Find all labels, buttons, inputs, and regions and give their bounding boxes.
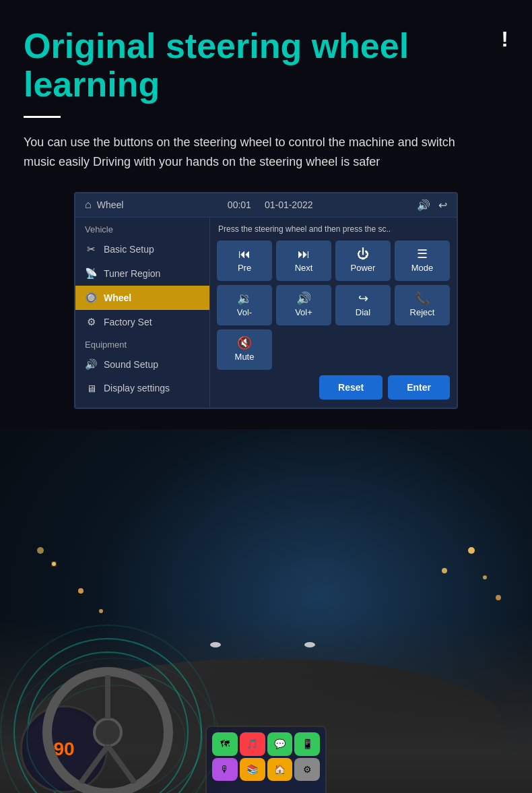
mode-label: Mode <box>411 263 434 273</box>
page-title: Original steering wheel learning <box>24 27 508 104</box>
sidebar-section-vehicle: Vehicle <box>75 218 209 237</box>
wheel-icon: 🔘 <box>85 292 97 304</box>
display-settings-label: Display settings <box>104 383 170 393</box>
svg-point-15 <box>94 719 121 746</box>
mode-button[interactable]: ☰ Mode <box>395 241 450 281</box>
mode-icon: ☰ <box>417 248 428 260</box>
ui-header-left: ⌂ Wheel <box>85 199 123 211</box>
ui-header: ⌂ Wheel 00:01 01-01-2022 🔊 ↩ <box>75 193 457 218</box>
header-time: 00:01 <box>228 199 251 210</box>
sound-setup-label: Sound Setup <box>104 359 158 370</box>
car-section: 90 🗺 🎵 💬 📱 🎙 📚 🏠 ⚙ <box>0 429 532 793</box>
ui-header-center: 00:01 01-01-2022 <box>228 199 313 210</box>
dial-button[interactable]: ↪ Dial <box>335 285 391 325</box>
ui-screen: ⌂ Wheel 00:01 01-01-2022 🔊 ↩ Vehicle <box>74 192 458 409</box>
dial-icon: ↪ <box>358 292 368 305</box>
sidebar-section-equipment: Equipment <box>75 334 209 352</box>
instruction-text: Press the steering wheel and then press … <box>217 224 450 234</box>
ui-sidebar: Vehicle ✂ Basic Setup 📡 Tuner Region 🔘 W… <box>75 218 210 408</box>
vol-down-button[interactable]: 🔉 Vol- <box>217 285 272 325</box>
exclamation-mark: ! <box>501 27 508 52</box>
pre-button[interactable]: ⏮ Pre <box>217 241 272 281</box>
basic-setup-icon: ✂ <box>85 243 97 255</box>
center-console: 🗺 🎵 💬 📱 🎙 📚 🏠 ⚙ <box>205 726 327 793</box>
reject-button[interactable]: 📞 Reject <box>395 285 450 325</box>
app-music-icon: 🎵 <box>240 732 265 756</box>
sidebar-item-basic-setup[interactable]: ✂ Basic Setup <box>75 237 209 261</box>
carplay-screen: 🗺 🎵 💬 📱 🎙 📚 🏠 ⚙ <box>207 727 325 793</box>
factory-icon: ⚙ <box>85 316 97 328</box>
factory-label: Factory Set <box>104 317 152 327</box>
wheel-sidebar-label: Wheel <box>104 292 131 303</box>
display-icon: 🖥 <box>85 383 97 394</box>
button-row-3: 🔇 Mute <box>217 329 450 370</box>
top-section: ! Original steering wheel learning You c… <box>0 0 532 429</box>
wheel-header-icon: ⌂ <box>85 199 92 211</box>
basic-setup-label: Basic Setup <box>104 244 154 255</box>
sidebar-item-wheel[interactable]: 🔘 Wheel <box>75 286 209 310</box>
app-messages-icon: 💬 <box>267 732 293 756</box>
vol-up-label: Vol+ <box>295 307 312 317</box>
app-maps-icon: 🗺 <box>212 732 238 756</box>
ui-body: Vehicle ✂ Basic Setup 📡 Tuner Region 🔘 W… <box>75 218 457 408</box>
dial-label: Dial <box>356 307 370 317</box>
ui-content: Press the steering wheel and then press … <box>210 218 457 408</box>
vol-down-icon: 🔉 <box>237 292 252 305</box>
mute-label: Mute <box>235 352 255 362</box>
power-label: Power <box>351 263 376 273</box>
svg-line-18 <box>108 746 135 783</box>
sidebar-item-sound-setup[interactable]: 🔊 Sound Setup <box>75 352 209 377</box>
power-icon: ⏻ <box>357 248 369 260</box>
steering-wheel-container <box>40 665 189 793</box>
page-description: You can use the buttons on the steering … <box>24 133 481 172</box>
steering-wheel-svg <box>40 665 175 793</box>
vol-up-button[interactable]: 🔊 Vol+ <box>276 285 331 325</box>
svg-line-17 <box>81 746 108 783</box>
next-label: Next <box>295 263 313 273</box>
vol-up-icon: 🔊 <box>296 292 311 305</box>
pre-icon: ⏮ <box>238 248 251 260</box>
enter-button[interactable]: Enter <box>388 375 450 400</box>
mute-icon: 🔇 <box>237 337 252 349</box>
app-podcasts-icon: 🎙 <box>212 758 238 782</box>
title-underline <box>24 116 61 118</box>
header-date: 01-01-2022 <box>265 199 313 210</box>
mute-button[interactable]: 🔇 Mute <box>217 329 272 370</box>
app-phone-icon: 📱 <box>294 732 320 756</box>
vol-down-label: Vol- <box>237 307 252 317</box>
ui-header-right: 🔊 ↩ <box>417 199 447 212</box>
sidebar-item-factory-set[interactable]: ⚙ Factory Set <box>75 310 209 334</box>
volume-icon[interactable]: 🔊 <box>417 199 430 212</box>
next-icon: ⏭ <box>298 248 310 260</box>
bottom-buttons: Reset Enter <box>217 375 450 400</box>
button-row-1: ⏮ Pre ⏭ Next ⏻ Power ☰ M <box>217 241 450 281</box>
pre-label: Pre <box>238 263 251 273</box>
tuner-label: Tuner Region <box>104 268 160 279</box>
wheel-label: Wheel <box>97 199 124 210</box>
app-home-icon: 🏠 <box>267 758 293 782</box>
sound-icon: 🔊 <box>85 358 97 371</box>
ui-screenshot-wrapper: ⌂ Wheel 00:01 01-01-2022 🔊 ↩ Vehicle <box>24 192 508 409</box>
sidebar-item-display-settings[interactable]: 🖥 Display settings <box>75 377 209 400</box>
tuner-icon: 📡 <box>85 267 97 280</box>
sidebar-item-tuner-region[interactable]: 📡 Tuner Region <box>75 261 209 286</box>
app-carplay-settings-icon: ⚙ <box>294 758 320 782</box>
button-row-2: 🔉 Vol- 🔊 Vol+ ↪ Dial 📞 <box>217 285 450 325</box>
reject-icon: 📞 <box>415 292 430 305</box>
reject-label: Reject <box>410 307 435 317</box>
power-button[interactable]: ⏻ Power <box>335 241 391 281</box>
reset-button[interactable]: Reset <box>319 375 383 400</box>
next-button[interactable]: ⏭ Next <box>276 241 331 281</box>
back-icon[interactable]: ↩ <box>438 199 447 212</box>
app-audiobooks-icon: 📚 <box>240 758 265 782</box>
